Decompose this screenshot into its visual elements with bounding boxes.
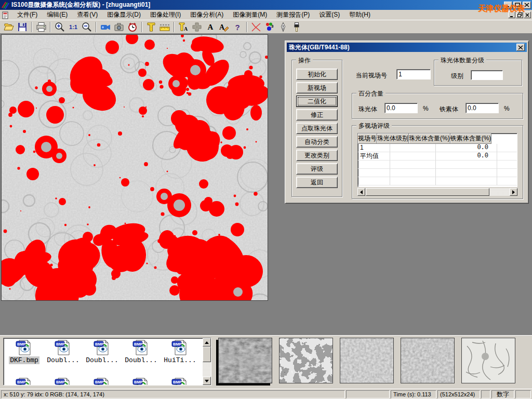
particle-count-button[interactable]: 3 xyxy=(263,21,276,33)
dialog-title-bar[interactable]: 珠光体(GB/T9441-88) xyxy=(287,43,527,52)
toolbar-separator xyxy=(31,22,32,32)
operation-button[interactable]: 二值化 xyxy=(296,96,338,107)
close-icon xyxy=(518,45,523,50)
pearlite-percent-input[interactable] xyxy=(384,103,418,113)
child-minimize-button[interactable] xyxy=(508,11,515,18)
open-file-button[interactable] xyxy=(2,21,16,33)
dialog-close-button[interactable] xyxy=(516,44,525,51)
file-name: HuiTi... xyxy=(163,356,197,364)
vscroll-thumb[interactable] xyxy=(203,347,211,362)
text-edit-button[interactable]: A xyxy=(217,21,231,33)
file-row-1: BMP DKF.bmp xyxy=(5,340,200,364)
toolbar-separator xyxy=(141,22,142,32)
grid-tool-button[interactable] xyxy=(190,21,204,33)
menu-item[interactable]: 设置(S) xyxy=(314,9,344,20)
operation-button[interactable]: 自动分类 xyxy=(296,136,338,148)
bmp-file-icon: BMP xyxy=(171,340,189,355)
child-restore-button[interactable] xyxy=(516,11,523,18)
menu-item[interactable]: 帮助(H) xyxy=(344,9,375,20)
file-item[interactable]: BMP Doubl... xyxy=(83,340,122,364)
video-capture-button[interactable] xyxy=(99,21,112,33)
micrograph-image[interactable] xyxy=(1,34,268,301)
minimize-button[interactable] xyxy=(504,2,512,9)
operation-button[interactable]: 评级 xyxy=(296,163,338,175)
save-button[interactable] xyxy=(16,21,29,33)
file-item[interactable]: BMP Doubl... xyxy=(44,378,83,385)
menu-item[interactable]: 图像显示(D) xyxy=(102,9,145,20)
svg-text:BMP: BMP xyxy=(56,380,65,384)
operation-button[interactable]: 新视场 xyxy=(296,82,338,94)
pen-tool-button[interactable] xyxy=(276,21,290,33)
timer-button[interactable] xyxy=(126,21,139,33)
file-list-vscrollbar[interactable] xyxy=(203,338,211,385)
timer-clock-icon xyxy=(127,21,138,33)
help-button[interactable]: ? xyxy=(231,21,244,33)
operation-button[interactable]: 初始化 xyxy=(296,69,338,80)
text-annotation-icon: A xyxy=(208,23,214,32)
document-icon xyxy=(1,11,9,19)
table-header-cell[interactable]: 铁素体含量(%) xyxy=(450,134,492,144)
scroll-down-button[interactable] xyxy=(203,377,211,385)
thumbnail-5[interactable] xyxy=(461,338,515,383)
scroll-left-button[interactable] xyxy=(357,188,365,196)
file-item[interactable]: BMP DKF.bmp xyxy=(5,378,44,385)
table-header-cell[interactable]: 珠光体含量(%) xyxy=(409,134,450,144)
thumbnail-2[interactable] xyxy=(279,338,333,383)
calibration-curve-button[interactable] xyxy=(249,21,263,33)
scroll-up-button[interactable] xyxy=(203,338,211,347)
menu-item[interactable]: 文件(F) xyxy=(12,9,42,20)
thumbnail-1[interactable] xyxy=(218,338,272,383)
file-item[interactable]: BMP Doubl... xyxy=(44,340,83,364)
file-item[interactable]: BMP Doubl... xyxy=(83,378,122,385)
thumbnail-3[interactable] xyxy=(340,338,394,383)
menu-item[interactable]: 图像处理(I) xyxy=(145,9,185,20)
menu-item[interactable]: 查看(V) xyxy=(72,9,102,20)
table-row[interactable]: 1 0.0 xyxy=(358,144,517,152)
ferrite-percent-input[interactable] xyxy=(466,103,499,113)
menu-item[interactable]: 测量报告(P) xyxy=(272,9,314,20)
file-item[interactable]: BMP Doubl... xyxy=(122,378,161,385)
menu-item[interactable]: 图像分析(A) xyxy=(185,9,228,20)
file-item[interactable]: BMP Doubl... xyxy=(122,340,161,364)
file-list[interactable]: BMP DKF.bmp xyxy=(3,338,211,385)
menu-item[interactable]: 图像测量(M) xyxy=(228,9,272,20)
close-button[interactable] xyxy=(523,2,531,9)
grade-input[interactable] xyxy=(471,70,503,80)
operation-button[interactable]: 返回 xyxy=(296,177,338,188)
current-field-input[interactable] xyxy=(396,69,431,79)
maximize-button[interactable] xyxy=(513,2,522,9)
table-hscrollbar[interactable] xyxy=(357,188,517,196)
operation-button[interactable]: 点取珠光体 xyxy=(296,123,338,134)
help-icon: ? xyxy=(235,23,240,32)
file-item[interactable]: BMP HuiTi... xyxy=(161,378,200,385)
svg-text:BMP: BMP xyxy=(173,342,182,347)
child-close-button[interactable] xyxy=(524,11,531,18)
file-item[interactable]: BMP HuiTi... xyxy=(161,340,200,364)
table-header-cell[interactable]: 视场号 xyxy=(358,134,377,144)
toolbar: 1:1 A A A ? 3 xyxy=(0,21,532,34)
window-title: IS100显微摄像系统(金相分析版) - [zhuguangti01] xyxy=(11,1,150,9)
menu-items: 文件(F)编辑(E)查看(V)图像显示(D)图像处理(I)图像分析(A)图像测量… xyxy=(12,9,375,20)
measure-text-button[interactable]: A xyxy=(177,21,190,33)
photo-capture-button[interactable] xyxy=(112,21,126,33)
zoom-in-button[interactable] xyxy=(53,21,66,33)
menu-item[interactable]: 编辑(E) xyxy=(42,9,72,20)
hscroll-thumb[interactable] xyxy=(366,188,489,196)
operation-button[interactable]: 修正 xyxy=(296,109,338,121)
text-annotation-button[interactable]: A xyxy=(204,21,217,33)
actual-size-button[interactable]: 1:1 xyxy=(66,21,80,33)
caliper-button[interactable] xyxy=(144,21,158,33)
zoom-out-button[interactable] xyxy=(80,21,94,33)
brush-tool-button[interactable] xyxy=(290,21,303,33)
rating-table-header: 视场号珠光体级别珠光体含量(%)铁素体含量(%) xyxy=(358,134,517,144)
print-button[interactable] xyxy=(34,21,48,33)
current-field-label: 当前视场号 xyxy=(356,71,387,80)
operation-button[interactable]: 更改类别 xyxy=(296,150,338,161)
scroll-right-button[interactable] xyxy=(510,188,517,196)
file-item[interactable]: BMP DKF.bmp xyxy=(5,340,44,364)
table-row[interactable]: 平均值 0.0 xyxy=(358,152,517,161)
ruler-button[interactable] xyxy=(158,21,171,33)
thumbnail-4[interactable] xyxy=(401,338,455,383)
hscroll-track[interactable] xyxy=(489,188,510,196)
table-header-cell[interactable]: 珠光体级别 xyxy=(377,134,409,144)
